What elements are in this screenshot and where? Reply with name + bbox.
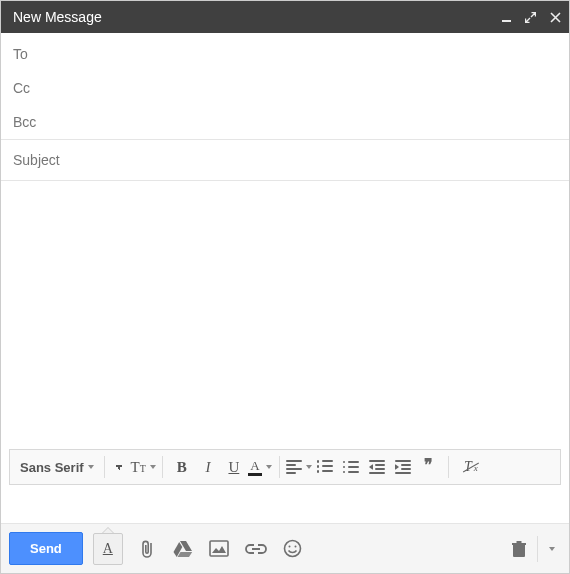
numbered-list-button[interactable] (312, 454, 338, 480)
insert-emoji-icon[interactable] (283, 539, 302, 558)
quote-icon: ❞ (424, 455, 433, 474)
svg-point-1 (284, 541, 300, 557)
window-controls (502, 12, 561, 23)
text-color-button[interactable]: A (247, 454, 273, 480)
separator (279, 456, 280, 478)
cc-field[interactable]: Cc (13, 71, 557, 105)
formatting-toggle-button[interactable]: A (93, 533, 123, 565)
separator (448, 456, 449, 478)
minimize-icon[interactable] (502, 13, 511, 22)
bcc-label: Bcc (13, 114, 36, 130)
insert-photo-icon[interactable] (209, 540, 229, 558)
bulleted-list-button[interactable] (338, 454, 364, 480)
chevron-down-icon (88, 465, 94, 469)
svg-rect-0 (210, 541, 228, 556)
font-family-select[interactable]: Sans Serif (16, 454, 98, 480)
chevron-down-icon (150, 465, 156, 469)
bulleted-list-icon (343, 460, 359, 474)
numbered-list-icon (317, 460, 333, 474)
indent-less-button[interactable] (364, 454, 390, 480)
indent-more-icon (395, 460, 411, 474)
underline-button[interactable]: U (221, 454, 247, 480)
align-left-icon (286, 460, 302, 474)
compose-title: New Message (13, 9, 502, 25)
formatting-toggle-icon: A (103, 542, 113, 556)
compose-body[interactable] (1, 181, 569, 449)
separator (104, 456, 105, 478)
discard-draft-button[interactable] (511, 540, 527, 558)
close-icon[interactable] (550, 12, 561, 23)
cc-label: Cc (13, 80, 30, 96)
send-button[interactable]: Send (9, 532, 83, 565)
separator (162, 456, 163, 478)
font-family-label: Sans Serif (20, 460, 84, 475)
compose-header: New Message (1, 1, 569, 33)
font-size-select[interactable]: ᠇ TT (111, 454, 156, 480)
align-button[interactable] (286, 454, 312, 480)
quote-button[interactable]: ❞ (416, 454, 442, 480)
subject-label: Subject (13, 152, 60, 168)
indent-more-button[interactable] (390, 454, 416, 480)
to-label: To (13, 46, 28, 62)
compose-action-bar: Send A (1, 523, 569, 573)
svg-point-3 (294, 546, 296, 548)
formatting-toolbar: Sans Serif ᠇ TT B I U A (9, 449, 561, 485)
svg-point-2 (288, 546, 290, 548)
remove-formatting-button[interactable]: T x (455, 454, 481, 480)
bcc-field[interactable]: Bcc (13, 105, 557, 139)
more-options-button[interactable] (537, 536, 561, 562)
chevron-down-icon (306, 465, 312, 469)
recipient-section: To Cc Bcc (1, 33, 569, 139)
chevron-down-icon (266, 465, 272, 469)
indent-less-icon (369, 460, 385, 474)
to-field[interactable]: To (13, 37, 557, 71)
italic-button[interactable]: I (195, 454, 221, 480)
chevron-down-icon (549, 547, 555, 551)
drive-icon[interactable] (173, 540, 193, 558)
insert-link-icon[interactable] (245, 543, 267, 555)
attach-file-icon[interactable] (139, 539, 157, 559)
bold-button[interactable]: B (169, 454, 195, 480)
remove-formatting-icon: T x (464, 459, 472, 475)
expand-icon[interactable] (525, 12, 536, 23)
subject-field[interactable]: Subject (1, 140, 569, 180)
compose-tool-icons (139, 539, 302, 559)
